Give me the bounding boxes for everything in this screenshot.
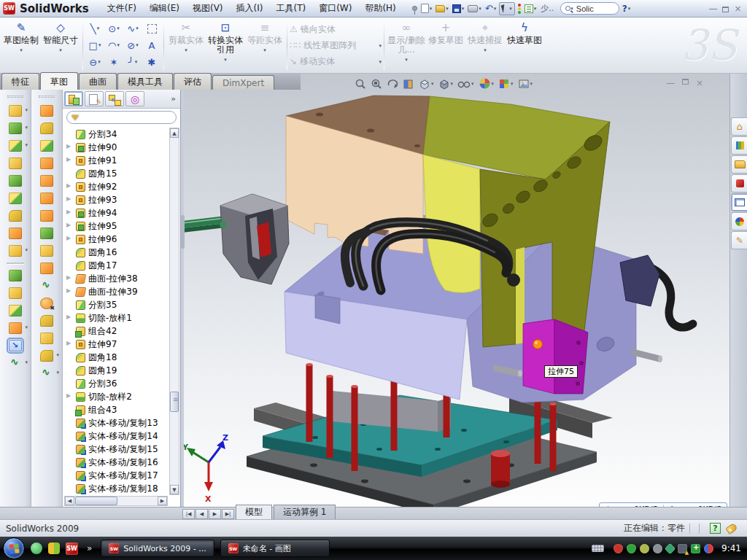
- sketch-entity-button[interactable]: ∿▾: [123, 20, 142, 37]
- lofted-boss[interactable]: [9, 192, 22, 204]
- doc-nav-button[interactable]: ▶: [209, 509, 221, 519]
- tree-item[interactable]: ▶ 拉伸94: [64, 206, 168, 219]
- rebuild-traffic-light-icon[interactable]: [517, 2, 522, 15]
- ribbon-button[interactable]: ⚠ 镜向实体 ▾: [290, 22, 382, 36]
- rotate-view-button[interactable]: [387, 78, 398, 90]
- expand-arrow-icon[interactable]: ▶: [66, 235, 71, 241]
- scroll-up-button[interactable]: ▲: [170, 128, 179, 138]
- solidworks-quicklaunch-icon[interactable]: SW: [66, 542, 78, 555]
- boundary-surface[interactable]: [40, 175, 53, 187]
- expand-arrow-icon[interactable]: ▶: [66, 209, 71, 215]
- expand-arrow-icon[interactable]: ▶: [66, 143, 71, 149]
- taskbar-task-button[interactable]: SW 未命名 - 画图: [220, 540, 330, 557]
- planar-surface[interactable]: [40, 210, 53, 222]
- dimxpertmanager-tab[interactable]: [125, 91, 144, 106]
- tree-item[interactable]: ▶ 曲面-拉伸38: [64, 272, 168, 285]
- sketch-entity-button[interactable]: ⊘▾: [123, 37, 142, 54]
- sync-icon[interactable]: [665, 542, 676, 554]
- health-icon[interactable]: [691, 544, 700, 553]
- dropdown-caret-icon[interactable]: ▾: [379, 43, 382, 49]
- tree-item[interactable]: ▶ 拉伸92: [64, 180, 168, 193]
- sketch-entity-button[interactable]: ▾: [142, 20, 161, 37]
- dropdown-caret-icon[interactable]: ▾: [98, 59, 101, 65]
- tree-item[interactable]: 组合42: [64, 324, 168, 338]
- expand-arrow-icon[interactable]: ▶: [66, 287, 71, 294]
- taskbar-task-button[interactable]: SW SolidWorks 2009 - ...: [101, 540, 214, 557]
- zoom-area-button[interactable]: [371, 78, 382, 90]
- lofted-surface[interactable]: [40, 158, 53, 169]
- view-orientation-button[interactable]: ▾: [419, 78, 434, 90]
- dropdown-caret-icon[interactable]: ▾: [379, 59, 382, 65]
- extruded-cut[interactable]: [9, 122, 22, 134]
- doc-restore-button[interactable]: [682, 79, 689, 85]
- sketch-entity-button[interactable]: ✱▾: [142, 54, 161, 71]
- tree-item[interactable]: ▶ 拉伸95: [64, 219, 168, 233]
- hose-manifold[interactable]: [620, 255, 659, 306]
- menu-item[interactable]: 帮助(H): [358, 1, 402, 16]
- doc-minimize-button[interactable]: —: [666, 78, 675, 88]
- doc-nav-button[interactable]: |◀: [182, 509, 195, 519]
- toolbar-overflow-label[interactable]: 少..: [541, 3, 554, 14]
- search-input[interactable]: [576, 4, 614, 13]
- options-button[interactable]: [524, 2, 538, 15]
- dome[interactable]: [9, 305, 22, 316]
- sketch-entity-button[interactable]: ╯▾: [123, 54, 142, 71]
- toolbar-grip[interactable]: [39, 96, 55, 98]
- tree-horizontal-scrollbar[interactable]: ◀ ▶: [64, 496, 168, 506]
- scroll-down-button[interactable]: ▼: [170, 485, 179, 494]
- ribbon-button[interactable]: ∷∷ 线性草图阵列 ▾: [290, 38, 382, 52]
- menu-item[interactable]: 编辑(E): [143, 1, 186, 16]
- expand-arrow-icon[interactable]: ▶: [66, 182, 71, 189]
- antivirus-icon[interactable]: [614, 544, 623, 553]
- ribbon-button[interactable]: ↘ 移动实体 ▾: [290, 54, 382, 69]
- tree-item[interactable]: ▶ 拉伸93: [64, 193, 168, 206]
- messenger-icon[interactable]: [704, 544, 713, 553]
- quicklaunch-overflow-chevron[interactable]: »: [87, 543, 92, 553]
- toolbox[interactable]: [731, 174, 747, 192]
- dropdown-caret-icon[interactable]: ▾: [117, 26, 120, 31]
- delete-face[interactable]: [40, 298, 53, 309]
- select-tool-button[interactable]: [499, 2, 515, 15]
- swept-boss[interactable]: [9, 175, 22, 187]
- view-palette[interactable]: [731, 193, 747, 211]
- swept-surface[interactable]: [40, 105, 53, 117]
- save-button[interactable]: [452, 2, 465, 15]
- display-style-button[interactable]: ▾: [438, 78, 454, 90]
- command-tab[interactable]: 草图: [40, 72, 78, 90]
- dropdown-caret-icon[interactable]: ▾: [59, 46, 62, 55]
- toolbar-grip[interactable]: [7, 96, 23, 98]
- ribbon-button[interactable]: ∞ 显示/删除几... ▾: [387, 19, 426, 71]
- shell[interactable]: [9, 210, 22, 222]
- tree-item[interactable]: ▶ 切除-放样2: [64, 390, 168, 403]
- expand-arrow-icon[interactable]: ▶: [66, 195, 71, 202]
- apply-scene-button[interactable]: ▾: [498, 78, 514, 90]
- tree-item[interactable]: 分割34: [64, 128, 168, 141]
- scroll-right-button[interactable]: ▶: [158, 497, 167, 505]
- panel-splitter[interactable]: [180, 90, 184, 507]
- scrollbar-thumb[interactable]: [75, 497, 117, 505]
- close-button[interactable]: ×: [732, 4, 744, 14]
- network-warning-icon[interactable]: [678, 544, 687, 553]
- hole-wizard[interactable]: [9, 228, 22, 239]
- tree-item[interactable]: 实体-移动/复制15: [64, 443, 168, 456]
- help-button[interactable]: ?: [622, 2, 631, 15]
- locating-ring-pin[interactable]: [491, 450, 510, 488]
- command-tab[interactable]: 评估: [174, 73, 212, 90]
- featuremanager-tree-tab[interactable]: [64, 91, 83, 106]
- separator[interactable]: [7, 262, 24, 264]
- chamfer[interactable]: [9, 158, 22, 169]
- command-tab[interactable]: 曲面: [79, 73, 117, 90]
- update-icon[interactable]: [640, 544, 649, 553]
- ruled-surface[interactable]: [40, 280, 53, 292]
- dropdown-caret-icon[interactable]: ▾: [263, 46, 266, 55]
- menu-item[interactable]: 视图(V): [186, 1, 230, 16]
- minimize-button[interactable]: —: [707, 4, 719, 14]
- extruded-surface[interactable]: [40, 140, 53, 152]
- custom-properties[interactable]: [731, 231, 747, 249]
- tree-item[interactable]: 实体-移动/复制17: [64, 469, 168, 482]
- dropdown-caret-icon[interactable]: ▾: [117, 42, 120, 48]
- ribbon-button[interactable]: + 修复草图 ▾: [426, 19, 465, 71]
- dropdown-caret-icon[interactable]: ▾: [136, 26, 139, 31]
- open-button[interactable]: [435, 2, 449, 15]
- appearances-scenes[interactable]: [731, 212, 747, 230]
